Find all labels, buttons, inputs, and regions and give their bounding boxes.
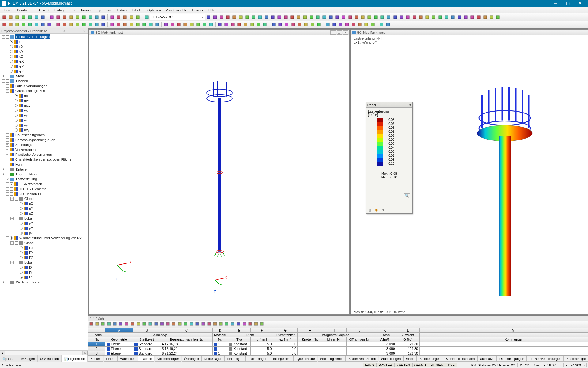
snap-dxf[interactable]: DXF bbox=[446, 363, 457, 367]
menu-einfügen[interactable]: Einfügen bbox=[52, 8, 70, 13]
toolbar-button[interactable] bbox=[154, 21, 160, 28]
toolbar-button[interactable] bbox=[122, 14, 128, 20]
view2-canvas[interactable]: Lastverteilung [kN] LF1 : vWind 0 ° bbox=[351, 35, 588, 314]
toolbar-button[interactable] bbox=[14, 21, 20, 28]
toolbar-button[interactable] bbox=[94, 21, 100, 28]
btab-knotenlager[interactable]: Knotenlager bbox=[202, 356, 224, 362]
nav-tab-zeigen[interactable]: 👁Zeigen bbox=[18, 355, 38, 362]
grid-cell[interactable]: 2 bbox=[88, 347, 105, 351]
table-tb-button[interactable] bbox=[107, 322, 112, 327]
tree-node[interactable]: +Bemessungsschnittgrößen bbox=[1, 137, 87, 142]
toolbar-button[interactable] bbox=[271, 21, 277, 28]
tree-node[interactable]: +Kriterien bbox=[1, 167, 87, 172]
tree-node[interactable]: +Verzerrungen bbox=[1, 147, 87, 152]
grid-cell[interactable]: Standard bbox=[133, 342, 160, 347]
grid-cell[interactable]: A bbox=[105, 328, 133, 333]
toolbar-button[interactable] bbox=[328, 14, 334, 20]
grid-cell[interactable]: 5.0 bbox=[251, 347, 273, 351]
nav-tab-ergebnisse[interactable]: 📊Ergebnisse bbox=[62, 355, 88, 362]
toolbar-button[interactable] bbox=[331, 21, 337, 28]
grid-cell[interactable]: Typ bbox=[228, 337, 251, 342]
toolbar-button[interactable] bbox=[21, 14, 27, 20]
toolbar-button[interactable] bbox=[135, 21, 141, 28]
toolbar-button[interactable] bbox=[262, 21, 268, 28]
grid-cell[interactable]: Begrenzungslinien Nr. bbox=[160, 337, 213, 342]
toolbar-button[interactable] bbox=[251, 14, 257, 20]
tree-node[interactable]: +Plastische Verzerrungen bbox=[1, 152, 87, 157]
toolbar-button[interactable] bbox=[350, 21, 356, 28]
toolbar-button[interactable] bbox=[366, 14, 372, 20]
btab-linienlager[interactable]: Linienlager bbox=[224, 356, 245, 362]
toolbar-button[interactable] bbox=[238, 14, 244, 20]
snap-hlinien[interactable]: HLINIEN bbox=[428, 363, 446, 367]
table-tb-button[interactable] bbox=[160, 322, 165, 327]
toolbar-button[interactable] bbox=[488, 14, 495, 20]
toolbar-button[interactable] bbox=[424, 14, 430, 20]
legend-titlebar[interactable]: Panel × bbox=[366, 102, 412, 108]
tree-node[interactable]: +Lokale Verformungen bbox=[1, 83, 87, 88]
grid-cell[interactable]: 1 bbox=[213, 351, 228, 356]
table-tb-button[interactable] bbox=[224, 322, 230, 327]
toolbar-button[interactable] bbox=[148, 21, 154, 28]
toolbar-button[interactable] bbox=[8, 14, 14, 20]
tree-node[interactable]: +Charakteristiken der isotropen Fläche bbox=[1, 157, 87, 162]
table-tb-button[interactable] bbox=[166, 322, 171, 327]
toolbar-button[interactable] bbox=[482, 14, 488, 20]
toolbar-button[interactable] bbox=[1, 14, 7, 20]
toolbar-button[interactable] bbox=[243, 21, 249, 28]
toolbar-button[interactable] bbox=[163, 21, 169, 28]
tree-node[interactable]: −Flächen bbox=[1, 79, 87, 83]
toolbar-button[interactable] bbox=[334, 14, 340, 20]
btab-knotenfreigaben[interactable]: Knotenfreigaben bbox=[564, 356, 588, 362]
toolbar-button[interactable] bbox=[115, 21, 122, 28]
toolbar-button[interactable] bbox=[309, 21, 315, 28]
snap-raster[interactable]: RASTER bbox=[376, 363, 394, 367]
toolbar-button[interactable] bbox=[405, 14, 411, 20]
toolbar-button[interactable] bbox=[189, 21, 195, 28]
snap-fang[interactable]: FANG bbox=[363, 363, 376, 367]
toolbar-button[interactable] bbox=[128, 21, 134, 28]
toolbar-button[interactable] bbox=[244, 14, 250, 20]
toolbar-button[interactable] bbox=[431, 14, 437, 20]
menu-zusatzmodule[interactable]: Zusatzmodule bbox=[164, 8, 190, 13]
grid-cell[interactable]: 5.0 bbox=[251, 342, 273, 347]
toolbar-button[interactable] bbox=[411, 14, 417, 20]
grid-cell[interactable]: H bbox=[298, 328, 322, 333]
grid-cell[interactable] bbox=[420, 347, 588, 351]
toolbar-button[interactable] bbox=[257, 14, 263, 20]
tree-node[interactable]: −Global bbox=[1, 240, 87, 245]
tree-node[interactable]: vy bbox=[1, 113, 87, 118]
close-button[interactable]: ✕ bbox=[574, 0, 586, 7]
grid-cell[interactable]: Konstant bbox=[228, 351, 251, 356]
grid-cell[interactable]: Nr. bbox=[88, 337, 105, 342]
table-tb-button[interactable] bbox=[154, 322, 160, 327]
toolbar-button[interactable] bbox=[476, 14, 482, 20]
grid-cell[interactable]: 121.30 bbox=[396, 347, 420, 351]
grid-cell[interactable]: Knoten Nr. bbox=[298, 337, 322, 342]
grid-cell[interactable]: 0.0 bbox=[273, 347, 298, 351]
tree-node[interactable]: nxy bbox=[1, 128, 87, 132]
toolbar-button[interactable] bbox=[231, 14, 237, 20]
menu-bearbeiten[interactable]: Bearbeiten bbox=[15, 8, 36, 13]
tree-node[interactable]: pX bbox=[1, 221, 87, 226]
toolbar-button[interactable] bbox=[122, 21, 128, 28]
legend-close-icon[interactable]: × bbox=[409, 103, 411, 107]
toolbar-button[interactable] bbox=[141, 21, 147, 28]
toolbar-button[interactable] bbox=[283, 14, 289, 20]
toolbar-button[interactable] bbox=[418, 14, 424, 20]
tree-node[interactable]: +1D FE - Elemente bbox=[1, 186, 87, 191]
grid-cell[interactable] bbox=[347, 347, 373, 351]
snap-ofang[interactable]: OFANG bbox=[412, 363, 428, 367]
grid-cell[interactable]: B bbox=[133, 328, 160, 333]
toolbar-button[interactable] bbox=[386, 14, 392, 20]
toolbar-button[interactable] bbox=[303, 21, 309, 28]
grid-cell[interactable]: 1 bbox=[213, 347, 228, 351]
toolbar-button[interactable] bbox=[456, 14, 462, 20]
grid-cell[interactable]: 0.0 bbox=[273, 342, 298, 347]
tree-node[interactable]: FZ bbox=[1, 255, 87, 260]
tree-node[interactable]: fY bbox=[1, 270, 87, 275]
grid-cell[interactable]: E bbox=[228, 328, 251, 333]
toolbar-button[interactable] bbox=[109, 21, 115, 28]
grid-cell[interactable]: Material bbox=[213, 333, 228, 337]
toolbar-button[interactable] bbox=[195, 21, 201, 28]
